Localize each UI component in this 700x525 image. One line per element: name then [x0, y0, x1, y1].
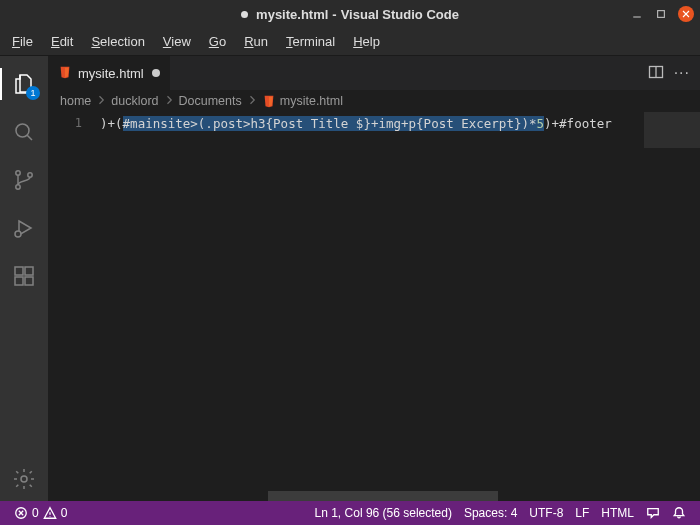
code-content[interactable]: )+(#mainsite>(.post>h3{Post Title $}+img…	[96, 112, 644, 501]
more-actions-button[interactable]: ···	[674, 65, 690, 81]
feedback-icon	[646, 506, 660, 520]
status-bar: 0 0 Ln 1, Col 96 (56 selected) Spaces: 4…	[0, 501, 700, 525]
svg-line-5	[27, 135, 32, 140]
status-cursor[interactable]: Ln 1, Col 96 (56 selected)	[309, 501, 458, 525]
selection: #mainsite>(.post>h3{Post Title $}+img+p{…	[123, 116, 537, 131]
tab-dirty-icon	[152, 69, 160, 77]
html-file-icon	[58, 65, 72, 82]
tabbar-spacer	[171, 56, 638, 90]
svg-point-8	[28, 173, 32, 177]
menu-edit[interactable]: Edit	[43, 31, 81, 52]
horizontal-scrollbar-thumb[interactable]	[268, 491, 498, 501]
activity-extensions[interactable]	[0, 254, 48, 298]
status-language[interactable]: HTML	[595, 501, 640, 525]
svg-rect-14	[25, 277, 33, 285]
status-problems[interactable]: 0 0	[8, 501, 73, 525]
minimap-slider[interactable]	[644, 112, 700, 148]
editor[interactable]: 1 )+(#mainsite>(.post>h3{Post Title $}+i…	[48, 112, 700, 501]
title-bar: mysite.html - Visual Studio Code	[0, 0, 700, 28]
breadcrumb-seg-1[interactable]: ducklord	[111, 94, 158, 108]
tab-mysite[interactable]: mysite.html	[48, 56, 171, 90]
selection-number: 5	[537, 116, 545, 131]
menu-help[interactable]: Help	[345, 31, 388, 52]
status-notifications[interactable]	[666, 501, 692, 525]
svg-rect-13	[15, 277, 23, 285]
editor-group: mysite.html ··· home ducklord Documents …	[48, 56, 700, 501]
menu-file[interactable]: File	[4, 31, 41, 52]
line-gutter: 1	[48, 112, 96, 501]
activity-source-control[interactable]	[0, 158, 48, 202]
activity-run-debug[interactable]	[0, 206, 48, 250]
html-file-icon	[262, 94, 276, 108]
chevron-right-icon	[95, 94, 107, 109]
maximize-button[interactable]	[654, 7, 668, 21]
line-number: 1	[48, 116, 82, 130]
branch-icon	[12, 168, 36, 192]
play-debug-icon	[12, 216, 36, 240]
activity-search[interactable]	[0, 110, 48, 154]
tab-bar: mysite.html ···	[48, 56, 700, 90]
status-eol[interactable]: LF	[569, 501, 595, 525]
split-editor-icon	[648, 64, 664, 80]
extensions-icon	[12, 264, 36, 288]
title-sep: -	[332, 7, 336, 22]
svg-point-7	[16, 185, 20, 189]
title-appname: Visual Studio Code	[341, 7, 459, 22]
menu-terminal[interactable]: Terminal	[278, 31, 343, 52]
menu-run[interactable]: Run	[236, 31, 276, 52]
svg-rect-12	[25, 267, 33, 275]
minimize-icon	[631, 8, 643, 20]
window-title: mysite.html - Visual Studio Code	[241, 7, 459, 22]
svg-point-15	[21, 476, 27, 482]
gear-icon	[12, 467, 36, 491]
svg-rect-1	[658, 11, 665, 18]
chevron-right-icon	[163, 94, 175, 109]
breadcrumb[interactable]: home ducklord Documents mysite.html	[48, 90, 700, 112]
menu-bar: File Edit Selection View Go Run Terminal…	[0, 28, 700, 56]
bell-icon	[672, 506, 686, 520]
breadcrumb-seg-0[interactable]: home	[60, 94, 91, 108]
status-indent[interactable]: Spaces: 4	[458, 501, 523, 525]
close-button[interactable]	[678, 6, 694, 22]
activity-explorer[interactable]: 1	[0, 62, 48, 106]
activity-settings[interactable]	[0, 457, 48, 501]
main-area: 1 mysite.html	[0, 56, 700, 501]
tab-actions: ···	[638, 56, 700, 90]
svg-point-6	[16, 171, 20, 175]
window-controls	[630, 6, 694, 22]
menu-go[interactable]: Go	[201, 31, 234, 52]
close-icon	[680, 8, 692, 20]
maximize-icon	[655, 8, 667, 20]
split-editor-button[interactable]	[648, 64, 664, 83]
dirty-indicator-icon	[241, 11, 248, 18]
svg-rect-11	[15, 267, 23, 275]
chevron-right-icon	[246, 94, 258, 109]
svg-point-4	[16, 124, 29, 137]
explorer-badge: 1	[26, 86, 40, 100]
status-encoding[interactable]: UTF-8	[523, 501, 569, 525]
status-feedback[interactable]	[640, 501, 666, 525]
minimize-button[interactable]	[630, 7, 644, 21]
svg-point-10	[15, 231, 21, 237]
error-icon	[14, 506, 28, 520]
minimap[interactable]	[644, 112, 700, 501]
warning-icon	[43, 506, 57, 520]
title-filename: mysite.html	[256, 7, 328, 22]
activity-bar: 1	[0, 56, 48, 501]
breadcrumb-seg-2[interactable]: Documents	[179, 94, 242, 108]
tab-label: mysite.html	[78, 66, 144, 81]
menu-selection[interactable]: Selection	[83, 31, 152, 52]
breadcrumb-file[interactable]: mysite.html	[262, 94, 343, 108]
search-icon	[12, 120, 36, 144]
menu-view[interactable]: View	[155, 31, 199, 52]
